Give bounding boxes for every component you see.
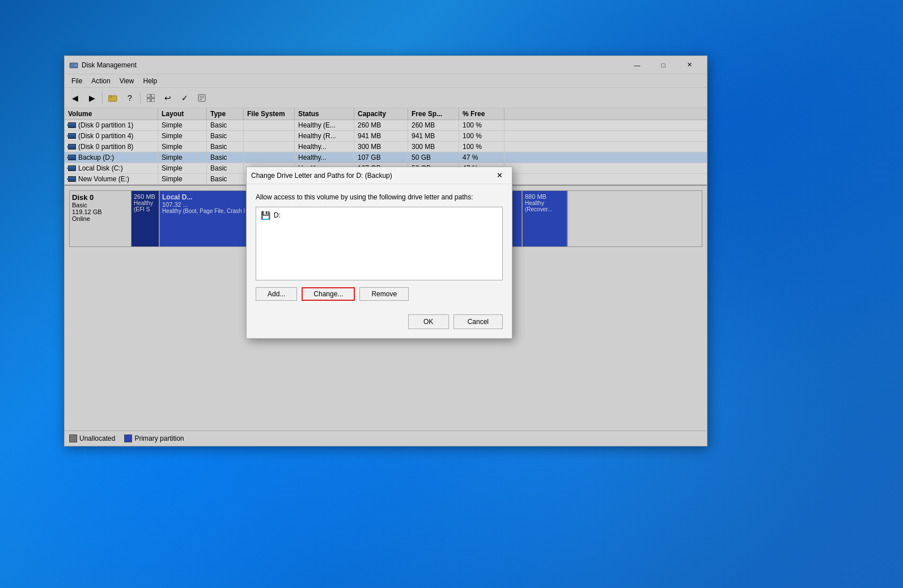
drive-icon: 💾 xyxy=(261,211,270,220)
list-item: 💾 D: xyxy=(258,210,500,221)
drive-action-buttons: Add... Change... Remove xyxy=(256,287,503,301)
add-button[interactable]: Add... xyxy=(256,287,297,301)
remove-button[interactable]: Remove xyxy=(359,287,409,301)
modal-body: Allow access to this volume by using the… xyxy=(247,184,512,338)
modal-title-bar: Change Drive Letter and Paths for D: (Ba… xyxy=(247,167,512,184)
modal-title: Change Drive Letter and Paths for D: (Ba… xyxy=(251,172,491,180)
cancel-button[interactable]: Cancel xyxy=(453,314,503,329)
change-drive-letter-dialog: Change Drive Letter and Paths for D: (Ba… xyxy=(246,167,512,339)
modal-close-button[interactable]: ✕ xyxy=(491,168,507,184)
modal-overlay: Change Drive Letter and Paths for D: (Ba… xyxy=(65,56,707,446)
ok-cancel-buttons: OK Cancel xyxy=(256,310,503,329)
change-button[interactable]: Change... xyxy=(302,287,355,301)
disk-management-window: Disk Management — □ ✕ File Action View H… xyxy=(64,56,707,446)
drive-letter-entry: D: xyxy=(274,211,281,219)
modal-description: Allow access to this volume by using the… xyxy=(256,193,503,201)
drive-letter-list[interactable]: 💾 D: xyxy=(256,207,503,280)
ok-button[interactable]: OK xyxy=(408,314,449,329)
